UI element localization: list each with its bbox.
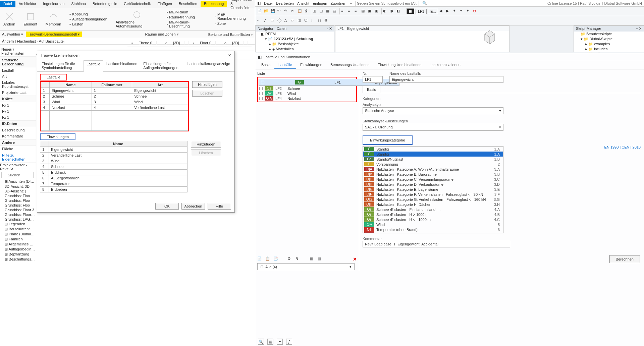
tb-icon[interactable]: 📋 [298,9,303,14]
footer-icon[interactable]: ƒ [286,339,292,345]
menu[interactable]: Datei [264,1,273,5]
tragwerk-model[interactable]: Tragwerk-Berechnungsmodell ▾ [26,32,82,37]
category-row[interactable]: GStändig1.A [363,152,503,157]
tb-icon[interactable]: ↶ [277,9,283,14]
tab[interactable]: Körpermodell & Grundstück [227,0,256,11]
search-input[interactable] [1,172,34,178]
tool-icon[interactable]: ↯ [296,256,301,262]
dlg-tab[interactable]: Lastkombinationen [103,60,140,71]
category-row[interactable]: QwWind5 [363,222,503,227]
tb-icon[interactable]: • [257,18,263,23]
btn-analytische[interactable]: Analytische Automatisierung [116,10,158,28]
alle-dropdown[interactable]: ◻ Alle (4)▾ [257,263,355,270]
berechnen-button[interactable]: Berechnen [609,255,640,263]
dlg-tab[interactable]: Einstellungen für die Symboldarstellung [39,60,84,71]
category-row[interactable]: QsSchnee-/Eislasten - Finnland, Island, … [363,207,503,212]
category-row[interactable]: QsSchnee-/Eislasten - H <= 1000 m4.C [363,217,503,222]
category-row[interactable]: PVorspannung2 [363,162,503,167]
menu[interactable]: Ansicht [297,1,309,5]
selector[interactable]: Auswählen ▾ [2,32,23,37]
analysetyp-select[interactable]: Statische Analyse▾ [363,107,503,114]
tb-icon[interactable]: ⊘ [473,9,478,14]
basis-tab[interactable]: Basis [363,86,380,93]
category-row[interactable]: QsSchnee-/Eislasten - H > 1000 m4.B [363,212,503,217]
tb-icon[interactable]: ≡ [355,9,360,14]
lk-tab[interactable]: Basis [257,61,274,69]
tb-icon[interactable]: ◑ [390,9,395,14]
tb-icon[interactable]: ✂ [291,9,296,14]
category-dropdown[interactable]: GStändig1.AGStändig1.AGqStändig/Nutzlast… [363,146,503,233]
footer-icon[interactable]: ▦ [267,339,273,345]
view-cube-icon[interactable] [480,27,500,47]
tb-lf[interactable]: LF1 [416,9,427,14]
tb-icon[interactable]: ◫ [313,9,318,14]
tb-icon[interactable]: ≡ [341,9,346,14]
nav-item[interactable]: ▸ 📁 Basisobjekte [256,42,334,47]
loadcase-row[interactable]: QwLF3Wind [259,91,356,96]
nr-input[interactable] [363,76,383,83]
einwirkungen-table[interactable]: Name 1Eigengewicht 2Veränderliche Last 3… [40,141,187,192]
tb-icon[interactable]: 💾 [271,9,276,14]
view-tab[interactable]: ⌂ {3D} [161,41,189,45]
tb-icon[interactable]: ▭ [271,18,276,23]
dlg-tab[interactable]: Einstellungen für Auflagerbedingungen [140,60,184,71]
category-row[interactable]: AAußergewöhnliche Einwirkungen7 [363,232,503,233]
category-row[interactable]: Q|GNutzlasten - Kategorie G: Verkehrslas… [363,197,503,202]
ok-button[interactable]: OK [155,203,179,210]
menu[interactable]: Zuordnen [330,1,346,5]
delete-button[interactable]: Löschen [192,90,222,97]
name-input[interactable] [389,76,503,83]
tab[interactable]: Beschriften [175,1,201,7]
tb-icon[interactable]: ⬡ [304,18,310,23]
menu[interactable]: Einfügen [313,1,327,5]
category-row[interactable]: Q|FNutzlasten - Kategorie F: Verkehrslas… [363,192,503,197]
cancel-button[interactable]: Abbrechen [181,203,205,210]
dlg-tab-lastfaelle[interactable]: Lastfälle [84,60,103,72]
category-row[interactable]: Q|DNutzlasten - Kategorie D: Verkaufsräu… [363,182,503,187]
nav-root[interactable]: ◧ RFEM [256,32,334,37]
tb-icon[interactable]: ↷ [284,9,289,14]
tb-icon[interactable]: ▤ [333,9,338,14]
tb-e[interactable]: E... [428,9,438,14]
tool-icon[interactable]: ▦ [310,256,315,262]
close-icon[interactable]: ✕ [228,53,231,58]
category-row[interactable]: GqStändig/Nutzlast1.B [363,157,503,162]
tb-icon[interactable]: ▣ [368,9,373,14]
help-link[interactable]: Hilfe zu Eigenschaften [0,152,36,163]
tool-icon[interactable]: 📋 [265,256,271,262]
lk-tab[interactable]: Lastkombinationen [426,61,465,69]
tb-icon[interactable]: ✦ [460,9,465,14]
footer-icon[interactable]: ✦ [277,339,283,345]
view-canvas[interactable]: LF1 - Eigengewicht [335,25,509,52]
tb-icon[interactable]: ✦ [453,9,458,14]
tb-dark[interactable]: ◼ [407,8,414,14]
tab-datei[interactable]: Datei [0,1,15,7]
category-row[interactable]: Q|HNutzlasten - Kategorie H: Dächer3.H [363,202,503,207]
nav-file[interactable]: ▾ 📄 123123.rf6* | Schulung [256,37,334,42]
lk-tab[interactable]: Bemessungssituationen [326,61,374,69]
category-row[interactable]: QTTemperatur (ohne Brand)6 [363,227,503,232]
search-icon[interactable]: 🔍 [422,1,427,5]
add-button[interactable]: Hinzufügen [192,81,222,88]
help-button[interactable]: Hilfe [208,203,231,210]
delete-button[interactable]: Löschen [191,150,221,156]
tb-icon[interactable]: ◧ [396,9,402,14]
tab[interactable]: Gebäudetechnik [120,1,154,7]
btn-element[interactable]: Element [23,12,37,26]
tb-icon[interactable]: ▣ [375,9,380,14]
category-row[interactable]: Q|CNutzlasten - Kategorie C: Versammlung… [363,177,503,182]
tb-icon[interactable]: 📂 [264,9,269,14]
tab-berechnung[interactable]: Berechnung [201,1,227,7]
tb-icon[interactable]: ≡ [348,9,353,14]
view-tab[interactable]: ▫ Ebene 0 [127,41,161,45]
lk-tab-lastfaelle[interactable]: Lastfälle [274,61,296,69]
category-row[interactable]: Q|ANutzlasten - Kategorie A: Wohn-/Aufen… [363,167,503,172]
loadcase-row[interactable]: Q|ALF4Nutzlast [259,96,356,101]
menu[interactable]: Bearbeiten [276,1,294,5]
tb-icon[interactable]: ◐ [383,9,388,14]
category-row[interactable]: Q|BNutzlasten - Kategorie B: Büroräume3.… [363,172,503,177]
tb-icon[interactable]: △ [284,18,289,23]
tb-icon[interactable]: ▦ [361,9,367,14]
tb-icon[interactable]: ▦ [326,9,331,14]
tb-icon[interactable]: ⇊ [324,18,330,23]
